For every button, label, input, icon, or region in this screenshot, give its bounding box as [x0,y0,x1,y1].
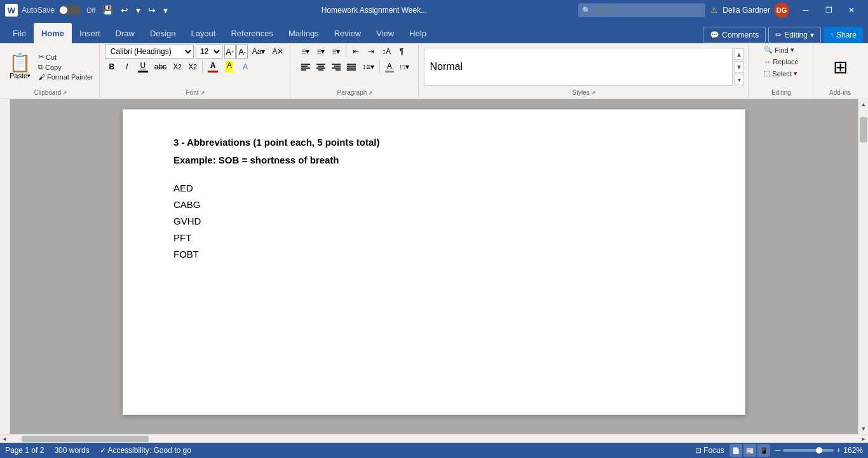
redo-icon[interactable]: ↪ [146,4,158,17]
font-size-select[interactable]: 12 [196,45,222,59]
tab-mailings[interactable]: Mailings [281,23,327,43]
styles-expand-icon[interactable]: ↗ [591,90,596,96]
justify-button[interactable] [344,60,358,74]
save-icon[interactable]: 💾 [100,4,116,17]
clipboard-small-buttons: ✂ Cut ⧉ Copy 🖌 Format Painter [36,52,95,81]
word-count[interactable]: 300 words [54,446,89,455]
cut-button[interactable]: ✂ Cut [36,52,95,62]
zoom-level[interactable]: 162% [843,446,863,455]
document-scroll-area[interactable]: 3 - Abbreviations (1 point each, 5 point… [10,99,858,434]
font-expand-icon[interactable]: ↗ [200,90,205,96]
show-marks-button[interactable]: ¶ [395,45,409,59]
zoom-out-button[interactable]: ─ [775,446,781,455]
sort-button[interactable]: ↕A [379,45,393,59]
font-color-button[interactable]: A [205,60,220,74]
tab-references[interactable]: References [223,23,280,43]
scroll-up-arrow[interactable]: ▲ [858,99,868,109]
tab-draw[interactable]: Draw [108,23,142,43]
alert-icon: ⚠ [710,6,717,15]
scroll-down-arrow[interactable]: ▼ [858,424,868,434]
styles-group-label: Styles ↗ [573,89,596,97]
avatar[interactable]: DG [774,3,789,18]
underline-button[interactable]: U [135,60,151,74]
tab-view[interactable]: View [369,23,402,43]
print-layout-view-button[interactable]: 📄 [729,444,742,457]
h-scroll-thumb[interactable] [22,436,149,442]
accessibility-status: ✓ Accessibility: Good to go [100,446,191,455]
scroll-right-arrow[interactable]: ► [859,434,868,443]
tab-help[interactable]: Help [402,23,434,43]
close-button[interactable]: ✕ [840,0,863,20]
zoom-in-button[interactable]: + [836,446,841,455]
scroll-thumb[interactable] [860,117,867,142]
line-spacing-button[interactable]: ↕≡▾ [360,60,377,74]
horizontal-scrollbar[interactable]: ◄ ► [0,434,868,443]
decrease-indent-button[interactable]: ⇤ [349,45,363,59]
borders-button[interactable]: □▾ [398,60,412,74]
font-name-select[interactable]: Calibri (Headings) [105,45,194,59]
bullets-button[interactable]: ≡▾ [299,45,313,59]
align-center-button[interactable] [314,60,328,74]
tab-review[interactable]: Review [327,23,369,43]
clipboard-expand-icon[interactable]: ↗ [62,90,67,96]
undo-icon[interactable]: ↩ [118,4,131,17]
strikethrough-button[interactable]: abc [152,60,169,74]
restore-button[interactable]: ❐ [817,0,840,20]
clear-formatting-button[interactable]: A✕ [269,45,286,59]
paste-button[interactable]: 📋 Paste ▾ [6,53,34,81]
share-button[interactable]: ↑ Share [824,27,863,43]
minimize-button[interactable]: ─ [794,0,817,20]
tab-layout[interactable]: Layout [183,23,223,43]
copy-button[interactable]: ⧉ Copy [36,62,95,72]
scroll-left-arrow[interactable]: ◄ [0,434,9,443]
vertical-scrollbar[interactable]: ▲ ▼ [858,99,868,434]
subscript-button[interactable]: X2 [170,60,184,74]
bold-button[interactable]: B [105,60,119,74]
multilevel-button[interactable]: ≡▾ [329,45,343,59]
select-button[interactable]: ⬚ Select ▾ [761,68,801,79]
replace-button[interactable]: ↔ Replace [761,57,801,67]
zoom-track[interactable] [783,449,834,452]
superscript-button[interactable]: X2 [186,60,200,74]
web-layout-view-button[interactable]: 📰 [743,444,756,457]
h-scroll-track[interactable] [9,434,859,443]
styles-gallery[interactable]: Normal [424,48,733,86]
styles-scroll-down[interactable]: ▼ [734,61,744,73]
autosave-toggle[interactable] [58,5,81,15]
status-left: Page 1 of 2 300 words ✓ Accessibility: G… [5,446,191,455]
italic-button[interactable]: I [120,60,134,74]
format-painter-button[interactable]: 🖌 Format Painter [36,73,95,81]
status-bar: Page 1 of 2 300 words ✓ Accessibility: G… [0,443,868,458]
align-right-button[interactable] [329,60,343,74]
tab-home[interactable]: Home [34,23,72,43]
left-margin [0,99,10,434]
text-effects-button[interactable]: A [238,60,252,74]
increase-font-size-button[interactable]: A+ [224,45,236,59]
page-indicator[interactable]: Page 1 of 2 [5,446,44,455]
styles-group: Normal ▲ ▼ ▾ Styles ↗ [420,45,749,97]
find-button[interactable]: 🔍 Find ▾ [761,45,801,55]
focus-button[interactable]: ⊡ Focus [695,446,724,455]
quick-access-dropdown-icon[interactable]: ▾ [161,4,170,17]
scroll-track[interactable] [858,109,868,424]
paragraph-expand-icon[interactable]: ↗ [368,90,373,96]
comments-button[interactable]: 💬 Comments [703,27,766,43]
highlight-button[interactable]: A [222,60,237,74]
numbering-button[interactable]: ≡▾ [314,45,328,59]
styles-scroll-up[interactable]: ▲ [734,48,744,60]
styles-expand[interactable]: ▾ [734,74,744,85]
change-case-button[interactable]: Aa▾ [250,45,268,59]
decrease-font-size-button[interactable]: A- [236,45,248,59]
addins-button[interactable]: ⊞ [833,57,848,78]
search-input[interactable] [578,3,705,17]
tab-insert[interactable]: Insert [72,23,108,43]
increase-indent-button[interactable]: ⇥ [364,45,378,59]
align-left-button[interactable] [299,60,313,74]
editing-button[interactable]: ✏ Editing ▾ [768,27,821,43]
tab-design[interactable]: Design [142,23,183,43]
read-view-button[interactable]: 📱 [757,444,770,457]
undo-dropdown-icon[interactable]: ▾ [133,4,143,17]
normal-style[interactable]: Normal [430,61,463,73]
shading-button[interactable]: A [383,60,397,74]
tab-file[interactable]: File [5,23,34,43]
